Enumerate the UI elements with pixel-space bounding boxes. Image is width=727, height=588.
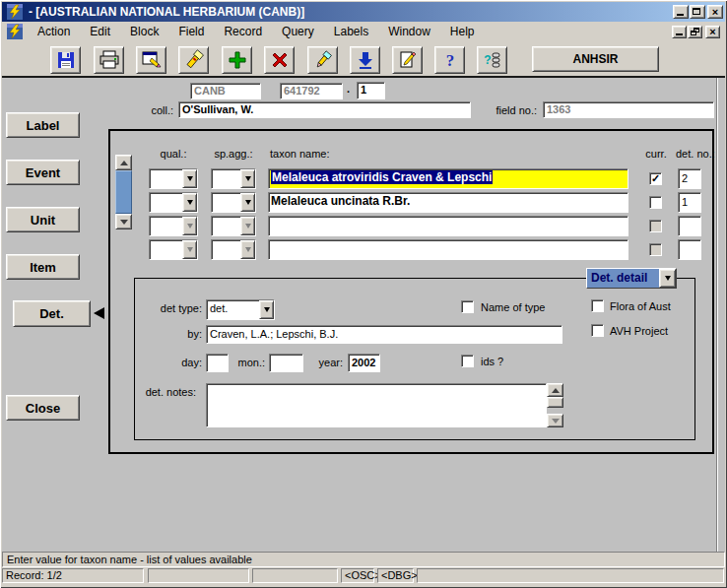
current-block-arrow-icon — [94, 307, 104, 319]
det-notes-label: det. notes: — [128, 386, 196, 398]
day-field[interactable] — [206, 354, 229, 372]
menu-edit[interactable]: Edit — [80, 22, 120, 42]
dropdown-button[interactable] — [182, 240, 197, 259]
enter-query-button[interactable] — [178, 46, 209, 74]
det-no-field-row1[interactable]: 2 — [678, 168, 701, 189]
item-button[interactable]: Item — [6, 254, 80, 280]
taxon-scroll-down-button[interactable] — [115, 214, 132, 229]
menu-window[interactable]: Window — [378, 22, 440, 42]
label-button[interactable]: Label — [6, 112, 80, 138]
menu-field[interactable]: Field — [168, 22, 214, 42]
determiner-field[interactable]: Craven, L.A.; Lepschi, B.J. — [206, 325, 562, 344]
dropdown-button[interactable] — [259, 300, 274, 319]
det-no-field-row3[interactable] — [678, 216, 701, 236]
show-keys-button[interactable]: ? — [477, 46, 507, 74]
qual-select-row1[interactable] — [149, 168, 198, 189]
title-bar[interactable]: - [AUSTRALIAN NATIONAL HERBARIUM (CANB)]… — [2, 2, 725, 22]
close-button[interactable]: × — [707, 5, 723, 19]
anhsir-button[interactable]: ANHSIR — [532, 46, 659, 72]
notes-scroll-down-button[interactable] — [547, 414, 563, 427]
dropdown-button[interactable] — [182, 217, 197, 235]
menu-query[interactable]: Query — [272, 22, 324, 42]
mdi-minimize-button[interactable] — [672, 26, 687, 38]
status-segment-2 — [148, 568, 249, 583]
qual-select-row4[interactable] — [149, 239, 198, 260]
sp-agg-select-row3[interactable] — [211, 216, 256, 236]
save-button[interactable] — [50, 46, 81, 74]
close-form-button[interactable]: Close — [6, 395, 80, 421]
det-no-field-row4[interactable] — [678, 239, 701, 260]
day-label: day: — [158, 357, 202, 368]
print-button[interactable] — [94, 46, 124, 74]
dropdown-button[interactable] — [240, 240, 255, 259]
mdi-restore-button[interactable] — [688, 26, 702, 38]
ids-label: ids ? — [481, 356, 503, 367]
curr-header: curr. — [638, 148, 674, 160]
dropdown-button[interactable] — [182, 193, 197, 212]
month-field[interactable] — [269, 354, 303, 372]
maximize-button[interactable] — [690, 5, 705, 19]
sp-agg-select-row2[interactable] — [211, 192, 256, 213]
accession-number-field[interactable]: 641792 — [280, 83, 343, 99]
year-field[interactable]: 2002 — [348, 354, 380, 372]
print-preview-button[interactable] — [136, 46, 166, 74]
det-no-field-row2[interactable]: 1 — [678, 192, 701, 213]
det-detail-select[interactable]: Det. detail — [586, 268, 677, 289]
curr-checkbox-row3[interactable] — [649, 220, 662, 232]
menu-action[interactable]: Action — [28, 22, 80, 42]
herbarium-code-field[interactable]: CANB — [190, 83, 261, 99]
det-button[interactable]: Det. — [13, 300, 91, 327]
edit-button[interactable] — [392, 46, 423, 74]
delete-record-button[interactable] — [264, 46, 295, 74]
menu-help[interactable]: Help — [440, 22, 485, 42]
dropdown-button[interactable] — [182, 169, 197, 188]
det-type-select[interactable]: det. — [206, 299, 275, 320]
dropdown-button[interactable] — [240, 217, 255, 235]
dropdown-button[interactable] — [240, 169, 255, 188]
help-button[interactable]: ? — [434, 46, 465, 74]
menu-record[interactable]: Record — [214, 22, 272, 42]
print-preview-icon — [141, 49, 163, 71]
dropdown-button[interactable] — [659, 269, 676, 288]
execute-query-button[interactable] — [307, 46, 338, 74]
chevron-down-icon — [264, 307, 270, 312]
chevron-down-icon — [187, 176, 193, 181]
curr-checkbox-row2[interactable] — [649, 196, 662, 209]
ids-checkbox[interactable] — [461, 355, 474, 367]
fetch-next-button[interactable] — [350, 46, 380, 74]
qual-select-row3[interactable] — [149, 216, 198, 236]
det-detail-title: Det. detail — [587, 269, 659, 288]
curr-checkbox-row4[interactable] — [649, 243, 662, 256]
taxon-scrollbar-thumb[interactable] — [115, 170, 132, 214]
sp-agg-select-row1[interactable] — [211, 168, 256, 189]
notes-scrollbar-thumb[interactable] — [547, 397, 563, 408]
dropdown-button[interactable] — [240, 193, 255, 212]
insert-record-button[interactable] — [222, 46, 252, 74]
flora-of-aust-label: Flora of Aust — [610, 300, 671, 312]
qual-header: qual.: — [149, 148, 198, 160]
flora-of-aust-checkbox[interactable] — [591, 299, 604, 312]
sheet-number-field[interactable]: 1 — [357, 82, 385, 99]
notes-scroll-up-button[interactable] — [547, 383, 563, 397]
menu-bar: Action Edit Block Field Record Query Lab… — [2, 22, 725, 42]
field-no-field[interactable]: 1363 — [543, 101, 714, 118]
name-of-type-checkbox[interactable] — [461, 300, 474, 313]
qual-select-row2[interactable] — [149, 192, 198, 213]
taxon-scroll-up-button[interactable] — [115, 155, 132, 170]
curr-checkbox-row1[interactable]: ✓ — [649, 172, 662, 185]
menu-labels[interactable]: Labels — [324, 22, 378, 42]
taxon-name-field-row4[interactable] — [268, 239, 628, 260]
taxon-name-field-row3[interactable] — [268, 216, 628, 236]
unit-button[interactable]: Unit — [6, 207, 80, 232]
taxon-name-field-row2[interactable]: Melaleuca uncinata R.Br. — [268, 192, 628, 213]
avh-project-checkbox[interactable] — [591, 324, 604, 337]
collector-field[interactable]: O'Sullivan, W. — [178, 101, 471, 118]
taxon-name-field-row1[interactable]: Melaleuca atroviridis Craven & Lepschi — [268, 168, 628, 189]
menu-block[interactable]: Block — [120, 22, 168, 42]
event-button[interactable]: Event — [6, 160, 80, 185]
sp-agg-select-row4[interactable] — [211, 239, 256, 260]
det-notes-textarea[interactable] — [206, 383, 547, 427]
down-arrow-icon — [355, 49, 376, 71]
minimize-button[interactable] — [673, 5, 689, 19]
mdi-close-button[interactable]: × — [705, 26, 720, 38]
